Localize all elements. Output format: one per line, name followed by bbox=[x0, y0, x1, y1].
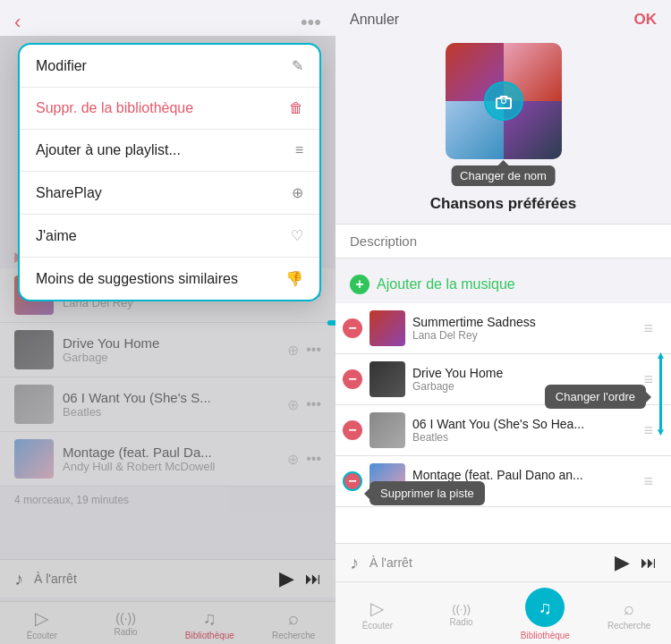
order-tooltip: Changer l'ordre bbox=[545, 385, 646, 409]
playlist-header: Changer de nom Chansons préférées bbox=[336, 36, 671, 224]
shareplay-label: SharePlay bbox=[36, 185, 102, 201]
back-button[interactable]: ‹ bbox=[14, 11, 21, 34]
shareplay-icon: ⊕ bbox=[292, 184, 303, 201]
trash-icon: 🗑 bbox=[289, 100, 303, 116]
playlist-art-container[interactable]: Changer de nom bbox=[446, 43, 562, 159]
right-tab-bibliotheque[interactable]: ♫ Bibliothèque bbox=[504, 588, 588, 640]
supprimer-label: Suppr. de la bibliothèque bbox=[36, 100, 193, 116]
play-icon-right: ▷ bbox=[370, 597, 384, 619]
thumbsdown-icon: 👎 bbox=[285, 270, 303, 287]
delete-button-4[interactable]: − bbox=[343, 471, 362, 491]
context-menu-moins[interactable]: Moins de suggestions similaires 👎 bbox=[20, 258, 319, 300]
drag-handle-1[interactable]: ≡ bbox=[640, 319, 657, 338]
library-active-circle: ♫ bbox=[525, 588, 565, 627]
right-player-bar: ♪ À l'arrêt ▶ ⏭ bbox=[336, 543, 671, 581]
edit-song-info-3: 06 I Want You (She's So Hea... Beatles bbox=[412, 417, 633, 444]
drag-handle-3[interactable]: ≡ bbox=[640, 421, 657, 440]
heart-icon: ♡ bbox=[291, 227, 303, 244]
navigation-arrow: ➜ bbox=[325, 301, 336, 343]
edit-song-title-4: Montage (feat. Paul Dano an... bbox=[412, 468, 633, 482]
context-menu-modifier[interactable]: Modifier ✎ bbox=[20, 45, 319, 88]
cancel-button[interactable]: Annuler bbox=[350, 12, 399, 28]
edit-song-title-2: Drive You Home bbox=[412, 366, 633, 380]
edit-song-row-3: − 06 I Want You (She's So Hea... Beatles… bbox=[336, 405, 671, 456]
radio-icon-right: ((·)) bbox=[452, 602, 471, 615]
drag-handle-4[interactable]: ≡ bbox=[640, 472, 657, 491]
add-music-row[interactable]: + Ajouter de la musique bbox=[336, 266, 671, 303]
right-tab-radio-label: Radio bbox=[450, 617, 473, 627]
right-tab-ecouter-label: Écouter bbox=[362, 621, 393, 631]
edit-song-artist-3: Beatles bbox=[412, 431, 633, 444]
edit-song-thumb-3 bbox=[369, 412, 405, 448]
playlist-name: Chansons préférées bbox=[430, 195, 576, 213]
delete-button-1[interactable]: − bbox=[343, 318, 362, 338]
edit-song-thumb-2 bbox=[369, 361, 405, 397]
context-menu-ajouter[interactable]: Ajouter à une playlist... ≡ bbox=[20, 130, 319, 172]
right-play-button[interactable]: ▶ bbox=[615, 551, 630, 574]
camera-icon bbox=[493, 90, 514, 112]
ajouter-label: Ajouter à une playlist... bbox=[36, 142, 181, 158]
edit-song-info-1: Summertime Sadness Lana Del Rey bbox=[412, 315, 633, 342]
right-tab-recherche[interactable]: ⌕ Recherche bbox=[587, 598, 671, 631]
music-note-icon-right: ♪ bbox=[350, 553, 359, 573]
moins-label: Moins de suggestions similaires bbox=[36, 271, 238, 287]
modifier-icon: ✎ bbox=[292, 57, 303, 74]
modifier-label: Modifier bbox=[36, 58, 87, 74]
playlist-icon: ≡ bbox=[295, 142, 303, 158]
context-menu-shareplay[interactable]: SharePlay ⊕ bbox=[20, 172, 319, 215]
left-panel: ‹ ••• Cha MIS ▶ Lire Summertime Sadness … bbox=[0, 0, 336, 644]
jaime-label: J'aime bbox=[36, 228, 77, 244]
right-skip-button[interactable]: ⏭ bbox=[641, 554, 657, 572]
order-arrow bbox=[659, 358, 662, 429]
add-music-icon: + bbox=[350, 275, 369, 294]
right-tab-ecouter[interactable]: ▷ Écouter bbox=[336, 597, 420, 631]
edit-song-title-1: Summertime Sadness bbox=[412, 315, 633, 329]
right-tab-bibliotheque-label: Bibliothèque bbox=[521, 631, 570, 640]
add-music-label: Ajouter de la musique bbox=[377, 276, 515, 292]
right-player-status: À l'arrêt bbox=[369, 555, 604, 570]
edit-song-row-1: − Summertime Sadness Lana Del Rey ≡ bbox=[336, 303, 671, 354]
context-menu-jaime[interactable]: J'aime ♡ bbox=[20, 215, 319, 258]
rename-tooltip: Changer de nom bbox=[451, 165, 556, 186]
description-input[interactable] bbox=[336, 224, 671, 258]
camera-overlay[interactable] bbox=[484, 81, 523, 121]
right-tab-bar: ▷ Écouter ((·)) Radio ♫ Bibliothèque ⌕ R… bbox=[336, 581, 671, 644]
right-top-bar: Annuler OK bbox=[336, 0, 671, 36]
edit-song-title-3: 06 I Want You (She's So Hea... bbox=[412, 417, 633, 431]
right-tab-radio[interactable]: ((·)) Radio bbox=[420, 602, 504, 627]
context-menu-supprimer[interactable]: Suppr. de la bibliothèque 🗑 bbox=[20, 88, 319, 130]
ok-button[interactable]: OK bbox=[634, 11, 658, 29]
right-tab-recherche-label: Recherche bbox=[607, 621, 650, 631]
edit-song-list: − Summertime Sadness Lana Del Rey ≡ − Dr… bbox=[336, 303, 671, 543]
delete-button-2[interactable]: − bbox=[343, 369, 362, 389]
search-icon-right: ⌕ bbox=[624, 598, 634, 619]
library-icon-right: ♫ bbox=[539, 597, 552, 618]
more-icon[interactable]: ••• bbox=[301, 11, 321, 34]
right-panel: Annuler OK Changer de nom Chansons préfé… bbox=[336, 0, 671, 644]
delete-button-3[interactable]: − bbox=[343, 420, 362, 440]
edit-song-artist-1: Lana Del Rey bbox=[412, 329, 633, 342]
order-arrow-line bbox=[659, 358, 662, 429]
delete-tooltip: Supprimer la piste bbox=[369, 481, 485, 505]
context-menu: Modifier ✎ Suppr. de la bibliothèque 🗑 A… bbox=[18, 43, 321, 301]
edit-song-thumb-1 bbox=[369, 310, 405, 346]
